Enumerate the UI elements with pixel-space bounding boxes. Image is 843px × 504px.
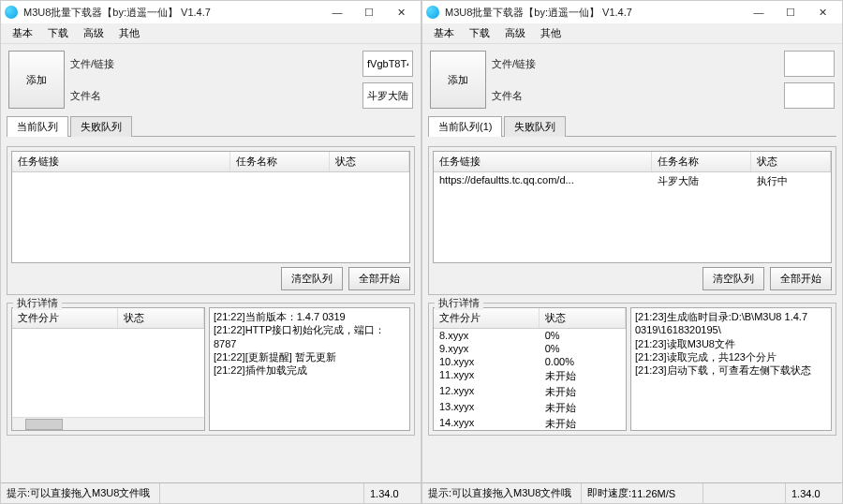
menu-download[interactable]: 下载 <box>462 24 497 42</box>
queue-table[interactable]: 任务链接 任务名称 状态 <box>11 151 410 263</box>
file-name-input[interactable] <box>362 82 413 109</box>
list-item[interactable]: 8.xyyx0% <box>434 329 626 342</box>
menubar: 基本 下载 高级 其他 <box>1 23 421 44</box>
clear-queue-button[interactable]: 清空队列 <box>702 267 764 290</box>
col-name[interactable]: 任务名称 <box>230 152 330 171</box>
col-part[interactable]: 文件分片 <box>434 308 540 328</box>
app-title: M3U8批量下载器【by:逍遥一仙】 V1.4.7 <box>23 6 321 20</box>
menu-basic[interactable]: 基本 <box>426 24 462 42</box>
menu-advanced[interactable]: 高级 <box>497 24 533 42</box>
close-button[interactable]: ✕ <box>806 1 838 23</box>
window-right: M3U8批量下载器【by:逍遥一仙】 V1.4.7 — ☐ ✕ 基本 下载 高级… <box>422 0 843 504</box>
app-icon <box>5 6 18 19</box>
titlebar[interactable]: M3U8批量下载器【by:逍遥一仙】 V1.4.7 — ☐ ✕ <box>422 1 842 23</box>
file-link-input[interactable] <box>784 51 835 77</box>
menu-basic[interactable]: 基本 <box>5 24 40 42</box>
statusbar: 提示:可以直接拖入M3U8文件哦 1.34.0 <box>1 482 421 503</box>
tab-current-queue[interactable]: 当前队列 <box>7 116 68 137</box>
file-link-input[interactable] <box>362 51 413 77</box>
col-part[interactable]: 文件分片 <box>12 308 118 328</box>
file-link-label: 文件/链接 <box>492 57 778 71</box>
detail-table[interactable]: 文件分片 状态 <box>11 307 205 431</box>
list-item[interactable]: 9.xyyx0% <box>434 342 626 355</box>
list-item[interactable]: 12.xyyx未开始 <box>434 384 626 400</box>
horizontal-scrollbar[interactable] <box>12 417 204 430</box>
close-button[interactable]: ✕ <box>385 1 417 23</box>
form-area: 文件/链接 添加 文件名 <box>422 44 842 115</box>
status-speed: 即时速度:11.26M/S <box>582 483 703 503</box>
minimize-button[interactable]: — <box>743 1 775 23</box>
detail-group: 执行详情 文件分片 状态 8.xyyx0%9.xyyx0%10.xyyx0.00… <box>428 303 836 436</box>
menu-other[interactable]: 其他 <box>533 24 569 42</box>
minimize-button[interactable]: — <box>321 1 353 23</box>
file-name-input[interactable] <box>784 82 835 109</box>
clear-queue-button[interactable]: 清空队列 <box>281 267 343 290</box>
list-item[interactable]: 11.xyyx未开始 <box>434 368 626 384</box>
menu-download[interactable]: 下载 <box>40 24 76 42</box>
col-name[interactable]: 任务名称 <box>652 152 751 171</box>
add-button[interactable]: 添加 <box>8 51 65 109</box>
col-status[interactable]: 状态 <box>751 152 831 171</box>
form-area: 文件/链接 添加 文件名 <box>1 44 421 115</box>
col-link[interactable]: 任务链接 <box>434 152 652 171</box>
queue-table[interactable]: 任务链接 任务名称 状态 https://defaultts.tc.qq.com… <box>433 151 832 263</box>
tab-failed-queue[interactable]: 失败队列 <box>70 116 132 137</box>
add-button[interactable]: 添加 <box>430 51 486 109</box>
app-title: M3U8批量下载器【by:逍遥一仙】 V1.4.7 <box>445 6 743 20</box>
queue-group: 任务链接 任务名称 状态 清空队列 全部开始 <box>7 146 415 295</box>
statusbar: 提示:可以直接拖入M3U8文件哦 即时速度:11.26M/S 1.34.0 <box>422 482 842 503</box>
log-box[interactable]: [21:23]生成临时目录:D:\B\M3U8 1.4.7 0319\16183… <box>630 307 832 431</box>
col-part-status[interactable]: 状态 <box>540 308 626 328</box>
tabs-area: 当前队列 失败队列 <box>1 115 421 137</box>
status-hint: 提示:可以直接拖入M3U8文件哦 <box>422 483 582 503</box>
detail-group-title: 执行详情 <box>435 296 483 310</box>
status-version: 1.34.0 <box>786 483 842 503</box>
status-hint: 提示:可以直接拖入M3U8文件哦 <box>1 483 160 503</box>
menubar: 基本 下载 高级 其他 <box>422 23 842 44</box>
window-left: M3U8批量下载器【by:逍遥一仙】 V1.4.7 — ☐ ✕ 基本 下载 高级… <box>0 0 422 504</box>
detail-group-title: 执行详情 <box>13 296 62 310</box>
table-row[interactable]: https://defaultts.tc.qq.com/d... 斗罗大陆 执行… <box>434 172 831 190</box>
file-name-label: 文件名 <box>70 89 357 103</box>
file-link-label: 文件/链接 <box>70 57 357 71</box>
file-name-label: 文件名 <box>492 89 778 103</box>
col-link[interactable]: 任务链接 <box>12 152 230 171</box>
status-version: 1.34.0 <box>364 483 421 503</box>
list-item[interactable]: 10.xyyx0.00% <box>434 355 626 368</box>
maximize-button[interactable]: ☐ <box>353 1 385 23</box>
maximize-button[interactable]: ☐ <box>775 1 806 23</box>
menu-other[interactable]: 其他 <box>111 24 147 42</box>
col-part-status[interactable]: 状态 <box>118 308 204 328</box>
menu-advanced[interactable]: 高级 <box>76 24 111 42</box>
detail-group: 执行详情 文件分片 状态 [21:22]当前版本：1.4.7 0319 [21:… <box>7 303 415 436</box>
app-icon <box>426 6 439 19</box>
list-item[interactable]: 13.xyyx未开始 <box>434 400 626 416</box>
detail-table[interactable]: 文件分片 状态 8.xyyx0%9.xyyx0%10.xyyx0.00%11.x… <box>433 307 627 431</box>
start-all-button[interactable]: 全部开始 <box>348 267 410 290</box>
tab-failed-queue[interactable]: 失败队列 <box>504 116 566 137</box>
list-item[interactable]: 14.xyyx未开始 <box>434 416 626 430</box>
queue-group: 任务链接 任务名称 状态 https://defaultts.tc.qq.com… <box>428 146 836 295</box>
log-box[interactable]: [21:22]当前版本：1.4.7 0319 [21:22]HTTP接口初始化完… <box>209 307 410 431</box>
col-status[interactable]: 状态 <box>330 152 409 171</box>
tab-current-queue[interactable]: 当前队列(1) <box>428 116 502 137</box>
tabs-area: 当前队列(1) 失败队列 <box>422 115 842 137</box>
start-all-button[interactable]: 全部开始 <box>770 267 832 290</box>
titlebar[interactable]: M3U8批量下载器【by:逍遥一仙】 V1.4.7 — ☐ ✕ <box>1 1 421 23</box>
